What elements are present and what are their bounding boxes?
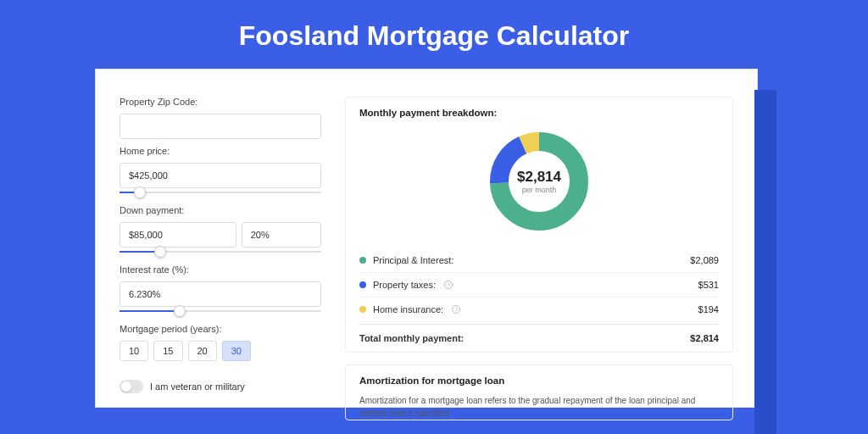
period-label: Mortgage period (years): (120, 324, 321, 334)
legend-property-taxes: Property taxes: ? $531 (359, 273, 719, 298)
toggle-knob (121, 381, 131, 392)
legend-label: Principal & Interest: (373, 255, 453, 265)
total-label: Total monthly payment: (359, 333, 464, 343)
amortization-text: Amortization for a mortgage loan refers … (359, 394, 719, 420)
veteran-toggle-row: I am veteran or military (120, 380, 321, 393)
period-15[interactable]: 15 (153, 341, 182, 361)
slider-thumb[interactable] (154, 246, 166, 258)
total-value: $2,814 (690, 333, 719, 343)
home-price-slider[interactable] (120, 192, 321, 193)
down-payment-slider[interactable] (120, 251, 321, 253)
interest-input[interactable] (120, 281, 321, 307)
legend-total: Total monthly payment: $2,814 (359, 324, 719, 352)
legend-dot-icon (359, 281, 366, 288)
legend-value: $2,089 (690, 255, 719, 265)
interest-group: Interest rate (%): (120, 264, 321, 312)
down-payment-group: Down payment: (120, 205, 321, 253)
donut-sub: per month (517, 186, 561, 194)
period-buttons: 10 15 20 30 (120, 341, 321, 361)
legend-label: Home insurance: (373, 304, 443, 314)
shadow-decoration (754, 90, 776, 434)
donut-chart: $2,814 per month (486, 128, 593, 235)
donut-center: $2,814 per month (517, 169, 561, 194)
calculator-card: Property Zip Code: Home price: Down paym… (95, 69, 758, 408)
slider-thumb[interactable] (134, 186, 146, 198)
period-30[interactable]: 30 (222, 341, 251, 361)
donut-amount: $2,814 (517, 169, 561, 186)
inputs-panel: Property Zip Code: Home price: Down paym… (120, 97, 321, 407)
veteran-toggle[interactable] (120, 380, 143, 393)
legend-label: Property taxes: (373, 280, 436, 290)
info-icon[interactable]: ? (452, 305, 460, 314)
period-20[interactable]: 20 (188, 341, 217, 361)
donut-chart-wrap: $2,814 per month (359, 128, 719, 235)
slider-fill (120, 310, 180, 312)
page-title: Foosland Mortgage Calculator (0, 0, 868, 69)
zip-field-group: Property Zip Code: (120, 97, 321, 139)
legend-value: $194 (698, 304, 719, 314)
home-price-input[interactable] (120, 163, 321, 188)
amortization-card: Amortization for mortgage loan Amortizat… (345, 364, 733, 420)
legend-principal-interest: Principal & Interest: $2,089 (359, 248, 719, 273)
home-price-group: Home price: (120, 146, 321, 193)
period-group: Mortgage period (years): 10 15 20 30 (120, 324, 321, 361)
breakdown-panel: Monthly payment breakdown: $2,814 per mo… (345, 97, 733, 353)
amortization-title: Amortization for mortgage loan (359, 376, 719, 386)
veteran-label: I am veteran or military (150, 381, 245, 392)
down-payment-label: Down payment: (120, 205, 321, 215)
interest-label: Interest rate (%): (120, 264, 321, 275)
period-10[interactable]: 10 (120, 341, 148, 361)
zip-label: Property Zip Code: (120, 97, 321, 107)
down-payment-amount-input[interactable] (120, 222, 236, 248)
slider-thumb[interactable] (174, 305, 186, 317)
home-price-label: Home price: (120, 146, 321, 156)
breakdown-title: Monthly payment breakdown: (359, 108, 719, 118)
interest-slider[interactable] (120, 310, 321, 312)
legend-dot-icon (359, 257, 366, 264)
legend-value: $531 (698, 280, 719, 290)
down-payment-percent-input[interactable] (242, 222, 321, 248)
info-icon[interactable]: ? (444, 281, 453, 289)
zip-input[interactable] (120, 114, 321, 139)
legend-dot-icon (359, 306, 366, 313)
legend-home-insurance: Home insurance: ? $194 (359, 298, 719, 322)
right-wrap: Monthly payment breakdown: $2,814 per mo… (345, 97, 733, 407)
